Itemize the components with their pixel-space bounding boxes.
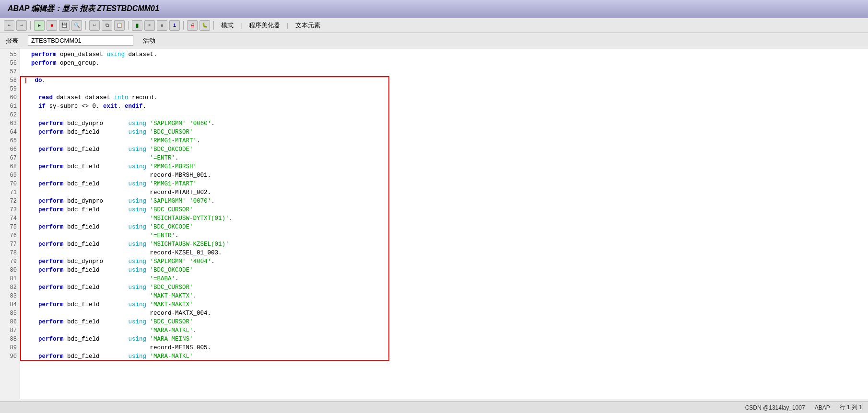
line-number: 71 bbox=[0, 188, 20, 197]
code-line: record-MTART_002. bbox=[24, 188, 864, 197]
line-number: 57 bbox=[0, 68, 20, 76]
watermark-text: CSDN @1314lay_1007 bbox=[745, 404, 805, 411]
line-number: 78 bbox=[0, 249, 20, 257]
line-number: 77 bbox=[0, 240, 20, 249]
code-line: 'RMMG1-MTART'. bbox=[24, 137, 864, 145]
title-prefix: ABAP 编辑器：显示 报表 bbox=[8, 4, 97, 12]
line-number: 69 bbox=[0, 171, 20, 180]
title-program: ZTESTBDCMM01 bbox=[97, 4, 159, 12]
line-number: 76 bbox=[0, 231, 20, 240]
sep1 bbox=[30, 21, 31, 30]
beautifier-menu[interactable]: 程序美化器 bbox=[245, 20, 284, 31]
debug-btn[interactable]: 🐛 bbox=[199, 20, 210, 31]
info-btn[interactable]: i bbox=[169, 20, 180, 31]
save-btn[interactable]: 💾 bbox=[59, 20, 70, 31]
code-line: '=ENTR'. bbox=[24, 154, 864, 162]
code-line: if sy-subrc <> 0. exit. endif. bbox=[24, 102, 864, 111]
title-bar: ABAP 编辑器：显示 报表 ZTESTBDCMM01 bbox=[0, 0, 868, 18]
title-text: ABAP 编辑器：显示 报表 ZTESTBDCMM01 bbox=[8, 4, 159, 12]
format1-btn[interactable]: ▐▌ bbox=[132, 20, 142, 31]
line-number: 56 bbox=[0, 59, 20, 68]
code-line: perform bdc_field using 'RMMG1-MBRSH' bbox=[24, 162, 864, 171]
line-number: 70 bbox=[0, 180, 20, 188]
block-marker: | bbox=[24, 77, 28, 84]
code-line: '=BABA'. bbox=[24, 275, 864, 283]
line-number: 64 bbox=[0, 128, 20, 137]
code-line bbox=[24, 111, 864, 119]
line-number: 65 bbox=[0, 137, 20, 145]
line-number: 82 bbox=[0, 283, 20, 292]
line-number: 89 bbox=[0, 344, 20, 352]
line-number: 74 bbox=[0, 214, 20, 223]
code-line: perform bdc_field using 'BDC_CURSOR' bbox=[24, 283, 864, 292]
code-line: record-MBRSH_001. bbox=[24, 171, 864, 180]
code-line: record-MAKTX_004. bbox=[24, 309, 864, 318]
code-line: | do. bbox=[24, 76, 864, 85]
code-line: record-KZSEL_01_003. bbox=[24, 249, 864, 257]
editor-container: 5556575859606162636465666768697071727374… bbox=[0, 48, 868, 399]
activity-label: 活动 bbox=[143, 36, 155, 45]
line-number: 81 bbox=[0, 275, 20, 283]
code-line: perform bdc_dynpro using 'SAPLMGMM' '006… bbox=[24, 119, 864, 128]
sep2 bbox=[85, 21, 86, 30]
line-number: 68 bbox=[0, 162, 20, 171]
toolbar: ⬅ ➡ ▶ ■ 💾 🔍 ✂ ⧉ 📋 ▐▌ ≡ ⊞ i 🖨 🐛 模式 | 程序美化… bbox=[0, 18, 868, 33]
copy-btn[interactable]: ⧉ bbox=[102, 20, 112, 31]
line-numbers: 5556575859606162636465666768697071727374… bbox=[0, 48, 20, 399]
execute-btn[interactable]: ▶ bbox=[34, 20, 45, 31]
report-label: 报表 bbox=[6, 36, 18, 45]
code-line: 'MSICHTAUSW-DYTXT(01)'. bbox=[24, 214, 864, 223]
code-line: perform bdc_field using 'MARA-MEINS' bbox=[24, 335, 864, 344]
sep3 bbox=[128, 21, 129, 30]
line-number: 80 bbox=[0, 266, 20, 275]
code-area[interactable]: perform open_dataset using dataset. perf… bbox=[20, 48, 868, 399]
format3-btn[interactable]: ⊞ bbox=[157, 20, 167, 31]
code-line: perform bdc_field using 'RMMG1-MTART' bbox=[24, 180, 864, 188]
code-line: perform bdc_dynpro using 'SAPLMGMM' '400… bbox=[24, 257, 864, 266]
paste-btn[interactable]: 📋 bbox=[114, 20, 125, 31]
print-btn[interactable]: 🖨 bbox=[187, 20, 198, 31]
forward-btn[interactable]: ➡ bbox=[16, 20, 27, 31]
format2-btn[interactable]: ≡ bbox=[144, 20, 155, 31]
code-line: perform bdc_field using 'MAKT-MAKTX' bbox=[24, 300, 864, 309]
text-elements-menu[interactable]: 文本元素 bbox=[292, 20, 324, 31]
code-line: 'MAKT-MAKTX'. bbox=[24, 292, 864, 300]
stop-btn[interactable]: ■ bbox=[47, 20, 57, 31]
line-number: 67 bbox=[0, 154, 20, 162]
code-line: read dataset dataset into record. bbox=[24, 93, 864, 102]
report-bar: 报表 活动 bbox=[0, 33, 868, 48]
line-number: 62 bbox=[0, 111, 20, 119]
sep5 bbox=[213, 21, 214, 30]
code-line: perform bdc_field using 'BDC_OKCODE' bbox=[24, 145, 864, 154]
status-position: 行 1 列 1 bbox=[840, 403, 862, 412]
line-number: 86 bbox=[0, 318, 20, 326]
find-btn[interactable]: 🔍 bbox=[71, 20, 82, 31]
line-number: 66 bbox=[0, 145, 20, 154]
sep-pipe2: | bbox=[286, 22, 290, 29]
report-input[interactable] bbox=[28, 35, 133, 46]
line-number: 60 bbox=[0, 93, 20, 102]
line-number: 61 bbox=[0, 102, 20, 111]
line-number: 59 bbox=[0, 85, 20, 93]
code-line bbox=[24, 68, 864, 76]
line-number: 83 bbox=[0, 292, 20, 300]
line-number: 90 bbox=[0, 352, 20, 361]
code-line: 'MARA-MATKL'. bbox=[24, 326, 864, 335]
code-line bbox=[24, 85, 864, 93]
cut-btn[interactable]: ✂ bbox=[89, 20, 100, 31]
code-line: perform bdc_field using 'BDC_CURSOR' bbox=[24, 128, 864, 137]
code-line: perform bdc_field using 'BDC_CURSOR' bbox=[24, 318, 864, 326]
status-bar: CSDN @1314lay_1007 ABAP 行 1 列 1 bbox=[0, 402, 868, 413]
line-number: 58 bbox=[0, 76, 20, 85]
line-number: 75 bbox=[0, 223, 20, 231]
sep4 bbox=[183, 21, 184, 30]
line-number: 87 bbox=[0, 326, 20, 335]
code-line: perform bdc_field using 'BDC_OKCODE' bbox=[24, 223, 864, 231]
code-line: perform open_group. bbox=[24, 59, 864, 68]
code-line: perform open_dataset using dataset. bbox=[24, 50, 864, 59]
line-number: 84 bbox=[0, 300, 20, 309]
back-btn[interactable]: ⬅ bbox=[4, 20, 14, 31]
code-line: perform bdc_field using 'MSICHTAUSW-KZSE… bbox=[24, 240, 864, 249]
code-line: perform bdc_dynpro using 'SAPLMGMM' '007… bbox=[24, 197, 864, 206]
mode-menu[interactable]: 模式 bbox=[217, 20, 237, 31]
